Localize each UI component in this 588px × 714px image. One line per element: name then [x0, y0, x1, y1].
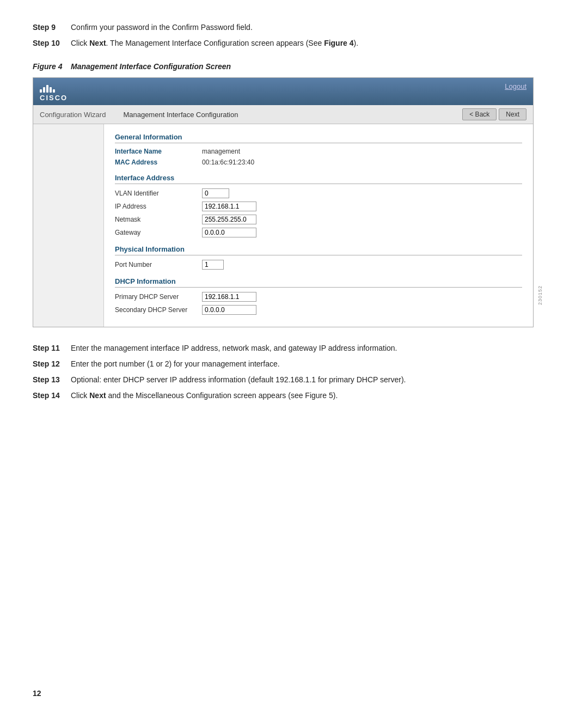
cisco-bars-icon: [40, 85, 55, 93]
step-13-text: Optional: enter DHCP server IP address i…: [71, 374, 555, 386]
watermark-text: 230152: [537, 285, 543, 305]
figure-number: Figure 4: [33, 62, 62, 71]
step-12-line: Step 12 Enter the port number (1 or 2) f…: [33, 358, 555, 370]
step-14-label: Step 14: [33, 390, 71, 401]
bar-1: [40, 89, 42, 93]
step-12-label: Step 12: [33, 358, 71, 370]
secondary-dhcp-label: Secondary DHCP Server: [115, 306, 202, 314]
ip-address-input[interactable]: [202, 202, 256, 211]
step-10-label: Step 10: [33, 38, 71, 49]
primary-dhcp-row: Primary DHCP Server: [115, 292, 522, 302]
steps-above: Step 9 Confirm your password in the Conf…: [33, 22, 555, 49]
bar-4: [50, 87, 52, 93]
gateway-row: Gateway: [115, 228, 522, 237]
physical-info-header: Physical Information: [115, 245, 522, 255]
page-number: 12: [33, 689, 41, 698]
mac-address-row: MAC Address 00:1a:6c:91:23:40: [115, 158, 522, 166]
vlan-input[interactable]: [202, 188, 229, 198]
mac-address-label: MAC Address: [115, 158, 202, 166]
figure-title: Management Interface Configuration Scree…: [71, 62, 231, 71]
cisco-main: General Information Interface Name manag…: [104, 124, 533, 327]
bar-2: [43, 87, 45, 93]
step-12-text: Enter the port number (1 or 2) for your …: [71, 358, 555, 370]
step-11-line: Step 11 Enter the management interface I…: [33, 343, 555, 354]
dhcp-info-header: DHCP Information: [115, 277, 522, 288]
primary-dhcp-input[interactable]: [202, 292, 256, 302]
logout-link[interactable]: Logout: [505, 82, 526, 90]
ip-address-row: IP Address: [115, 202, 522, 211]
step-13-label: Step 13: [33, 374, 71, 386]
primary-dhcp-label: Primary DHCP Server: [115, 293, 202, 301]
step-9-text: Confirm your password in the Confirm Pas…: [71, 22, 555, 33]
interface-name-row: Interface Name management: [115, 148, 522, 155]
bar-3: [46, 85, 48, 93]
netmask-input[interactable]: [202, 215, 256, 224]
step-13-line: Step 13 Optional: enter DHCP server IP a…: [33, 374, 555, 386]
cisco-sidebar: [33, 124, 104, 327]
steps-below: Step 11 Enter the management interface I…: [33, 343, 555, 401]
vlan-row: VLAN Identifier: [115, 188, 522, 198]
next-button[interactable]: Next: [499, 108, 526, 120]
cisco-logo: CISCO: [40, 85, 68, 102]
step-9-line: Step 9 Confirm your password in the Conf…: [33, 22, 555, 33]
gateway-input[interactable]: [202, 228, 256, 237]
netmask-label: Netmask: [115, 216, 202, 223]
cisco-nav-bar: Configuration Wizard Management Interfac…: [33, 105, 533, 124]
port-number-input[interactable]: [202, 260, 224, 270]
cisco-nav-buttons: < Back Next: [462, 108, 526, 120]
cisco-panel: CISCO Logout Configuration Wizard Manage…: [33, 77, 534, 327]
cisco-nav-left: Configuration Wizard Management Interfac…: [40, 111, 238, 119]
port-number-row: Port Number: [115, 260, 522, 270]
secondary-dhcp-row: Secondary DHCP Server: [115, 305, 522, 315]
step-9-label: Step 9: [33, 22, 71, 33]
interface-name-label: Interface Name: [115, 148, 202, 155]
mac-address-value: 00:1a:6c:91:23:40: [202, 158, 254, 166]
ip-address-label: IP Address: [115, 203, 202, 210]
step-14-text: Click Next and the Miscellaneous Configu…: [71, 390, 555, 401]
step-14-line: Step 14 Click Next and the Miscellaneous…: [33, 390, 555, 401]
netmask-row: Netmask: [115, 215, 522, 224]
step-11-label: Step 11: [33, 343, 71, 354]
vlan-label: VLAN Identifier: [115, 190, 202, 197]
step-10-text: Click Next. The Management Interface Con…: [71, 38, 555, 49]
interface-name-value: management: [202, 148, 240, 155]
nav-page-title: Management Interface Configuration: [123, 111, 238, 119]
general-info-header: General Information: [115, 133, 522, 143]
step-10-line: Step 10 Click Next. The Management Inter…: [33, 38, 555, 49]
port-number-label: Port Number: [115, 261, 202, 268]
cisco-header: CISCO Logout: [33, 78, 533, 105]
secondary-dhcp-input[interactable]: [202, 305, 256, 315]
cisco-name-text: CISCO: [40, 94, 68, 102]
interface-address-header: Interface Address: [115, 174, 522, 184]
step-11-text: Enter the management interface IP addres…: [71, 343, 555, 354]
gateway-label: Gateway: [115, 229, 202, 236]
bar-5: [53, 89, 55, 93]
nav-wizard-label: Configuration Wizard: [40, 111, 106, 119]
cisco-content: General Information Interface Name manag…: [33, 124, 533, 327]
back-button[interactable]: < Back: [462, 108, 497, 120]
figure-caption: Figure 4 Management Interface Configurat…: [33, 62, 555, 71]
